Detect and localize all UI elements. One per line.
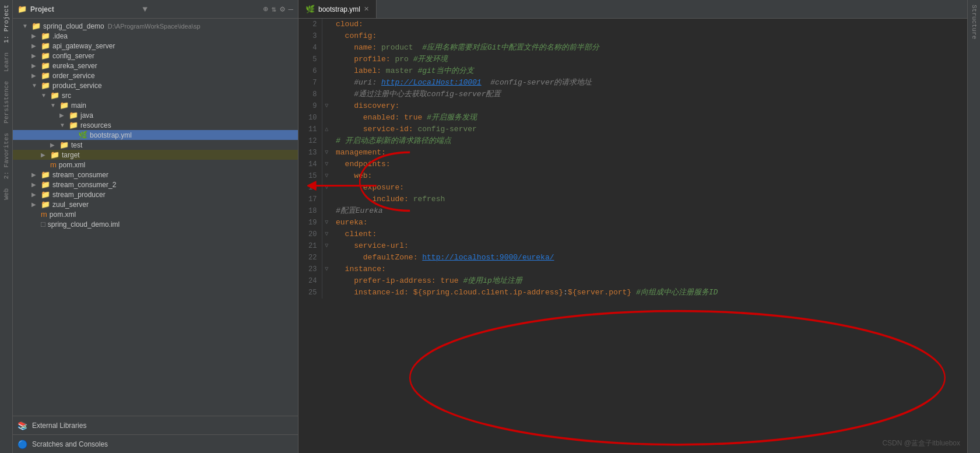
list-item[interactable]: ▶ 📁 eureka_server xyxy=(13,61,298,71)
item-label: stream_producer xyxy=(52,191,106,199)
scratches-icon: 🔵 xyxy=(17,440,27,449)
code-editor[interactable]: 2 cloud: 3 config: 4 name: product #应用名称… xyxy=(298,19,967,453)
svg-point-0 xyxy=(410,311,945,444)
folder-icon: 📁 xyxy=(69,121,78,129)
line-number: 18 xyxy=(298,205,322,217)
folder-icon: 📁 xyxy=(59,101,69,110)
line-content: profile: pro #开发环境 xyxy=(331,54,967,65)
line-content: name: product #应用名称需要对应Git中配置文件的名称的前半部分 xyxy=(331,42,967,54)
item-label: java xyxy=(80,111,93,120)
table-row: 25 instance-id: ${spring.cloud.client.ip… xyxy=(298,287,967,299)
list-item[interactable]: ▶ 📁 .idea xyxy=(13,31,298,41)
item-label: spring_cloud_demo.iml xyxy=(48,220,120,229)
folder-icon: 📁 xyxy=(69,111,78,120)
bootstrap-yml-item[interactable]: 🌿 bootstrap.yml xyxy=(13,130,298,140)
add-icon[interactable]: ⊕ xyxy=(263,4,268,14)
external-libraries-label[interactable]: External Libraries xyxy=(32,422,86,430)
line-number: 8 xyxy=(298,89,322,100)
table-row: 18 #配置Eureka xyxy=(298,205,967,217)
project-title: Project xyxy=(30,5,139,13)
scratches-label[interactable]: Scratches and Consoles xyxy=(32,440,108,448)
line-gutter: ▽ xyxy=(322,217,331,229)
line-number: 24 xyxy=(298,275,322,287)
list-item[interactable]: ▶ 📁 order_service xyxy=(13,71,298,80)
table-row: 15 ▽ web: xyxy=(298,170,967,182)
sidebar-item-project[interactable]: 1: Project xyxy=(1,0,12,48)
list-item[interactable]: m pom.xml xyxy=(13,209,298,219)
list-item[interactable]: m pom.xml xyxy=(13,160,298,170)
line-gutter xyxy=(322,19,331,30)
line-gutter xyxy=(322,30,331,42)
list-item[interactable]: ▼ 📁 main xyxy=(13,100,298,110)
list-item[interactable]: ▼ 📁 resources xyxy=(13,120,298,130)
line-content: config: xyxy=(331,30,967,42)
watermark: CSDN @蓝盒子itbluebox xyxy=(882,438,960,448)
table-row: 3 config: xyxy=(298,30,967,42)
sidebar-item-structure[interactable]: Structure xyxy=(969,0,979,44)
xml-file-icon: m xyxy=(50,160,57,169)
list-item[interactable]: ▶ 📁 api_gateway_server xyxy=(13,41,298,51)
list-item[interactable]: ▶ 📁 java xyxy=(13,110,298,120)
folder-icon: 📁 xyxy=(41,200,50,209)
line-content: #配置Eureka xyxy=(331,205,967,217)
list-item[interactable]: ▶ 📁 config_server xyxy=(13,51,298,61)
line-number: 12 xyxy=(298,135,322,147)
list-item[interactable]: ▶ 📁 zuul_server xyxy=(13,199,298,209)
table-row: 21 ▽ service-url: xyxy=(298,240,967,252)
line-number: 21 xyxy=(298,240,322,252)
table-row: 11 △ service-id: config-server xyxy=(298,124,967,135)
sidebar-item-web[interactable]: Web xyxy=(1,184,12,205)
list-item[interactable]: ▶ 📁 target xyxy=(13,150,298,160)
sidebar-item-favorites[interactable]: 2: Favorites xyxy=(1,128,12,184)
folder-icon: 📁 xyxy=(59,141,69,149)
line-number: 3 xyxy=(298,30,322,42)
line-content: web: xyxy=(331,170,967,182)
list-item[interactable]: ▶ 📁 stream_consumer_2 xyxy=(13,180,298,189)
table-row: 12 # 开启动态刷新的请求路径的端点 xyxy=(298,135,967,147)
table-row: 14 ▽ endpoints: xyxy=(298,159,967,170)
root-label: spring_cloud_demo xyxy=(43,22,104,30)
table-row: 5 profile: pro #开发环境 xyxy=(298,54,967,65)
settings-icon[interactable]: ⚙ xyxy=(280,4,284,14)
tab-filename: bootstrap.yml xyxy=(318,5,360,13)
line-content: cloud: xyxy=(331,19,967,30)
line-gutter xyxy=(322,42,331,54)
line-content: client: xyxy=(331,229,967,240)
list-item[interactable]: ▶ 📁 test xyxy=(13,140,298,150)
tab-close-icon[interactable]: ✕ xyxy=(364,5,369,13)
table-row: 20 ▽ client: xyxy=(298,229,967,240)
list-item[interactable]: ▼ 📁 product_service xyxy=(13,80,298,90)
list-item[interactable]: ▶ 📁 stream_consumer xyxy=(13,170,298,180)
folder-icon: 📁 xyxy=(41,51,50,60)
line-content: management: xyxy=(331,147,967,159)
sidebar-item-learn[interactable]: Learn xyxy=(1,48,12,76)
item-label: order_service xyxy=(52,72,95,80)
line-content: label: master #git当中的分支 xyxy=(331,65,967,77)
line-gutter xyxy=(322,205,331,217)
editor-area: 🌿 bootstrap.yml ✕ 2 xyxy=(298,0,967,453)
list-item[interactable]: □ spring_cloud_demo.iml xyxy=(13,219,298,229)
line-number: 5 xyxy=(298,54,322,65)
line-number: 2 xyxy=(298,19,322,30)
minimize-icon[interactable]: — xyxy=(289,5,293,14)
table-row: 9 ▽ discovery: xyxy=(298,100,967,112)
table-row: 19 ▽ eureka: xyxy=(298,217,967,229)
line-content: # 开启动态刷新的请求路径的端点 xyxy=(331,135,967,147)
table-row: 7 #uri: http://LocalHost:10001 #config-s… xyxy=(298,77,967,89)
line-number: 23 xyxy=(298,264,322,275)
line-number: 20 xyxy=(298,229,322,240)
scratches-bar: 🔵 Scratches and Consoles xyxy=(13,434,298,453)
list-item[interactable]: ▼ 📁 src xyxy=(13,90,298,100)
item-label: config_server xyxy=(52,52,94,60)
line-gutter: △ xyxy=(322,124,331,135)
dropdown-arrow-icon[interactable]: ▼ xyxy=(142,5,147,14)
table-row: 16 ▽ exposure: xyxy=(298,182,967,194)
editor-tab-bootstrap[interactable]: 🌿 bootstrap.yml ✕ xyxy=(298,0,377,18)
item-label: target xyxy=(62,151,80,159)
sidebar-item-persistence[interactable]: Persistence xyxy=(1,76,12,128)
list-item[interactable]: ▶ 📁 stream_producer xyxy=(13,189,298,199)
sort-icon[interactable]: ⇅ xyxy=(272,4,276,14)
tree-root[interactable]: ▼ 📁 spring_cloud_demo D:\AProgramWorkSpa… xyxy=(13,21,298,31)
line-gutter: ▽ xyxy=(322,240,331,252)
line-gutter: ▽ xyxy=(322,159,331,170)
